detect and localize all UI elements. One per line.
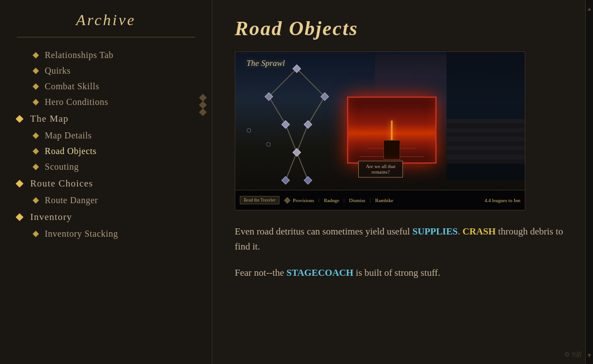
screenshot-container: The Sprawl bbox=[235, 51, 525, 210]
sidebar-item-the-map[interactable]: The Map bbox=[0, 110, 212, 128]
sidebar-item-inventory-stacking[interactable]: Inventory Stacking bbox=[0, 226, 212, 242]
svg-line-0 bbox=[269, 69, 297, 97]
sidebar-item-label: Quirks bbox=[45, 66, 71, 76]
svg-rect-11 bbox=[282, 121, 290, 128]
page-title: Road Objects bbox=[235, 17, 571, 40]
sidebar-item-quirks[interactable]: Quirks bbox=[0, 63, 212, 79]
diamond-icon bbox=[16, 213, 23, 221]
hud-bead-traveler[interactable]: Bead the Traveler bbox=[240, 196, 279, 204]
diamond-icon bbox=[32, 83, 39, 89]
sidebar-item-label: Relationships Tab bbox=[45, 50, 113, 60]
screenshot-scene: The Sprawl bbox=[235, 52, 525, 210]
right-scrollbar[interactable]: ▲ ▼ bbox=[585, 0, 593, 364]
sidebar-item-map-details[interactable]: Map Details bbox=[0, 128, 212, 143]
svg-line-4 bbox=[286, 124, 297, 152]
sidebar-item-label: Scouting bbox=[45, 162, 79, 172]
sidebar-item-road-objects[interactable]: Road Objects bbox=[0, 143, 212, 159]
sidebar-scroll-indicator bbox=[200, 95, 206, 115]
para1-crash: CRASH bbox=[462, 226, 496, 237]
sidebar-item-label: Route Danger bbox=[45, 195, 98, 205]
svg-rect-12 bbox=[304, 121, 312, 128]
description-block-2: Fear not--the STAGECOACH is built of str… bbox=[235, 265, 571, 280]
para2-text2: is built of strong stuff. bbox=[353, 267, 440, 278]
sidebar-item-route-danger[interactable]: Route Danger bbox=[0, 193, 212, 208]
diamond-icon bbox=[32, 99, 39, 105]
hud-rambike: Rambike bbox=[375, 198, 393, 203]
nav-icon-1: ⬡ bbox=[246, 127, 252, 133]
map-nodes-svg bbox=[241, 63, 353, 191]
hud-separator-3: | bbox=[370, 198, 371, 203]
scroll-indicator-bot bbox=[199, 108, 207, 116]
diamond-icon bbox=[32, 52, 39, 58]
stone-tiles bbox=[447, 119, 525, 164]
sidebar-item-label: Route Choices bbox=[30, 178, 93, 189]
hud-separator-1: | bbox=[319, 198, 320, 203]
svg-line-6 bbox=[286, 152, 297, 180]
sidebar-item-label: Combat Skills bbox=[45, 82, 99, 92]
scroll-down-arrow[interactable]: ▼ bbox=[587, 352, 592, 358]
sidebar-item-inventory[interactable]: Inventory bbox=[0, 208, 212, 226]
sidebar: Archive Relationships Tab Quirks Combat … bbox=[0, 0, 212, 364]
description-block-1: Even road detritus can sometimes yield u… bbox=[235, 224, 571, 254]
hud-label: Bead the Traveler bbox=[244, 198, 276, 203]
main-content: Road Objects The Sprawl bbox=[212, 0, 593, 364]
scene-right bbox=[447, 52, 525, 180]
hud-radnge: Radnge bbox=[324, 198, 340, 203]
para1-text1: Even road detritus can sometimes yield u… bbox=[235, 226, 412, 237]
para1-supplies: SUPPLIES bbox=[412, 226, 458, 237]
diamond-icon bbox=[32, 132, 39, 138]
sidebar-title: Archive bbox=[0, 11, 212, 29]
paragraph-2: Fear not--the STAGECOACH is built of str… bbox=[235, 265, 571, 280]
diamond-icon bbox=[32, 197, 39, 203]
paragraph-1: Even road detritus can sometimes yield u… bbox=[235, 224, 571, 254]
diamond-icon bbox=[32, 148, 39, 154]
svg-line-2 bbox=[269, 97, 286, 124]
hud-dismiss: Dismiss bbox=[349, 198, 366, 203]
nav-icon-2: ⬡ bbox=[266, 141, 271, 147]
svg-rect-13 bbox=[293, 149, 301, 156]
sidebar-item-label: The Map bbox=[30, 113, 69, 124]
hud-separator-2: | bbox=[344, 198, 345, 203]
sidebar-item-scouting[interactable]: Scouting bbox=[0, 159, 212, 175]
hud-provisions: Provisions bbox=[293, 198, 314, 203]
scroll-up-arrow[interactable]: ▲ bbox=[587, 6, 592, 12]
sidebar-item-route-choices[interactable]: Route Choices bbox=[0, 175, 212, 193]
sidebar-item-relationships-tab[interactable]: Relationships Tab bbox=[0, 47, 212, 63]
svg-line-7 bbox=[297, 152, 308, 180]
sidebar-item-label: Inventory bbox=[30, 212, 72, 223]
svg-line-3 bbox=[308, 97, 325, 124]
coach-silhouette bbox=[383, 140, 400, 160]
para2-text1: Fear not--the bbox=[235, 267, 287, 278]
hud-leagues: 4.4 leagues to Inn bbox=[485, 198, 520, 203]
sidebar-item-hero-conditions[interactable]: Hero Conditions bbox=[0, 94, 212, 110]
diamond-icon bbox=[32, 68, 39, 74]
svg-line-1 bbox=[297, 69, 325, 97]
sidebar-item-combat-skills[interactable]: Combat Skills bbox=[0, 79, 212, 94]
svg-line-5 bbox=[297, 124, 308, 152]
hud-diamond-1 bbox=[284, 197, 290, 203]
combat-scene-box bbox=[347, 97, 437, 164]
sidebar-item-label: Hero Conditions bbox=[45, 97, 108, 107]
diamond-icon bbox=[32, 164, 39, 170]
sidebar-divider bbox=[17, 37, 195, 37]
sidebar-item-label: Inventory Stacking bbox=[45, 229, 118, 239]
svg-rect-15 bbox=[304, 176, 312, 184]
hud-bar: Bead the Traveler Provisions | Radnge | … bbox=[235, 190, 525, 210]
watermark-label: 9游 bbox=[572, 351, 582, 358]
diamond-icon bbox=[32, 231, 39, 237]
para2-stagecoach: STAGECOACH bbox=[287, 267, 354, 278]
diamond-icon bbox=[16, 180, 23, 188]
watermark-text: ⚙ bbox=[564, 351, 570, 358]
sidebar-item-label: Map Details bbox=[45, 131, 92, 141]
speech-bubble: Are we all that remains? bbox=[358, 161, 403, 178]
svg-rect-14 bbox=[282, 176, 290, 184]
diamond-icon bbox=[16, 115, 23, 123]
sidebar-item-label: Road Objects bbox=[45, 146, 97, 156]
watermark: ⚙ 9游 bbox=[564, 350, 582, 360]
